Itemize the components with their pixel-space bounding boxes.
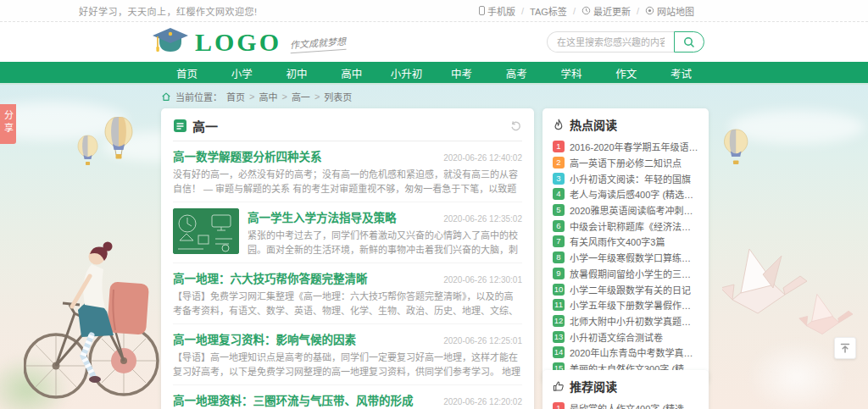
- topbar-link-tags[interactable]: TAG标签: [530, 4, 567, 18]
- breadcrumb-separator: >: [281, 91, 287, 102]
- graduation-cap-icon: [151, 26, 190, 58]
- hot-item-text: 北师大附中小升初数学真题汇编: [570, 314, 698, 328]
- rank-badge: 3: [553, 173, 565, 185]
- hot-item[interactable]: 3小升初语文阅读：年轻的国旗: [553, 170, 698, 186]
- article-date: 2020-06-26 12:40:02: [443, 153, 522, 163]
- nav-item-senior-high[interactable]: 高中: [324, 62, 379, 85]
- thumbs-up-icon: [553, 380, 565, 392]
- article-excerpt: 【导语】免费学习网汇集整理《高一地理：六大技巧帮你答题完整清晰》，以及的高考备考…: [173, 290, 522, 318]
- search-button[interactable]: [674, 31, 704, 53]
- article-date: 2020-06-26 12:35:02: [443, 214, 522, 224]
- site-logo[interactable]: LOGO: [151, 26, 281, 58]
- main-nav: 首页 小学 初中 高中 小升初 中考 高考 学科 作文 考试: [0, 62, 868, 85]
- rank-badge: 1: [553, 402, 565, 409]
- hot-item-text: 小升初语文综合测试卷: [570, 330, 663, 344]
- hot-item-text: 老人与海读后感400字 (精选3篇): [570, 187, 698, 201]
- balloon-right-illustration: [722, 129, 751, 171]
- nav-item-subjects[interactable]: 学科: [544, 62, 599, 85]
- topbar-link-sitemap[interactable]: 网站地图: [645, 4, 694, 18]
- list-title: 高一: [192, 117, 218, 135]
- article-item: 高一数学解题要分析四种关系 2020-06-26 12:40:02 没有好的高一…: [173, 141, 522, 202]
- refresh-button[interactable]: [509, 119, 522, 132]
- hot-reading-card: 热点阅读 12016-2020年春学期五年级语文下期末模拟 2高一英语下册必修二…: [542, 108, 709, 384]
- search-bar: [547, 31, 704, 53]
- topbar-link-recent[interactable]: 最近更新: [581, 4, 631, 18]
- article-title[interactable]: 高一地理资料：三圈环流与气压带、风带的形成: [173, 391, 414, 408]
- hot-item[interactable]: 2高一英语下册必修二知识点: [553, 155, 698, 171]
- nav-item-home[interactable]: 首页: [159, 62, 214, 85]
- article-title[interactable]: 高一学生入学方法指导及策略: [248, 208, 397, 225]
- undo-icon: [509, 119, 522, 132]
- hot-item[interactable]: 6中级会计职称题库《经济法》检测题: [553, 218, 698, 234]
- nav-item-exams[interactable]: 考试: [654, 62, 709, 85]
- article-item: 高一地理资料：三圈环流与气压带、风带的形成 2020-06-26 12:20:0…: [173, 385, 522, 409]
- nav-item-primary-school[interactable]: 小学: [214, 62, 270, 85]
- breadcrumb-separator: >: [249, 91, 254, 102]
- hot-item-text: 2020年山东青岛中考数学真题 (已公布): [570, 345, 698, 359]
- article-title[interactable]: 高一地理复习资料：影响气候的因素: [173, 330, 356, 347]
- home-icon: [161, 91, 171, 102]
- nav-item-composition[interactable]: 作文: [598, 62, 654, 85]
- article-excerpt: 【导语】高一地理知识点是高考的基础，同学们一定要复习好高一地理，这样才能在复习好…: [173, 351, 522, 379]
- hot-item[interactable]: 12016-2020年春学期五年级语文下期末模拟: [553, 139, 698, 155]
- rank-badge: 10: [553, 284, 565, 296]
- list-icon: [173, 119, 187, 133]
- breadcrumb: 当前位置： 首页 > 高中 > 高一 > 列表页: [161, 90, 352, 103]
- breadcrumb-link-home[interactable]: 首页: [226, 90, 245, 103]
- rank-badge: 1: [553, 141, 565, 152]
- rank-badge: 5: [553, 204, 565, 216]
- breadcrumb-current: 列表页: [324, 90, 352, 103]
- hot-item[interactable]: 13小升初语文综合测试卷: [553, 329, 698, 345]
- article-item: 高一地理：六大技巧帮你答题完整清晰 2020-06-26 12:30:01 【导…: [173, 263, 522, 324]
- article-date: 2020-06-26 12:25:01: [443, 336, 522, 345]
- breadcrumb-link-senior-high[interactable]: 高中: [259, 90, 277, 103]
- topbar-link-mobile[interactable]: 手机版: [479, 4, 515, 18]
- hot-reading-header: 热点阅读: [553, 116, 698, 133]
- recommend-reading-title: 推荐阅读: [570, 378, 617, 395]
- topbar-link-label: TAG标签: [530, 4, 567, 18]
- article-thumbnail[interactable]: [173, 208, 239, 254]
- flame-icon: [553, 119, 565, 131]
- glow: [746, 339, 848, 409]
- article-title[interactable]: 高一地理：六大技巧帮你答题完整清晰: [173, 269, 368, 286]
- search-input[interactable]: [547, 31, 674, 53]
- breadcrumb-link-grade[interactable]: 高一: [292, 90, 310, 103]
- rank-badge: 14: [553, 346, 565, 358]
- hot-reading-title: 热点阅读: [570, 116, 617, 133]
- hot-item[interactable]: 12北师大附中小升初数学真题汇编: [553, 313, 698, 329]
- article-excerpt: 没有好的高一，必然没有好的高考；没有高一的危机感和紧迫感，就没有高三的从容自信！…: [173, 168, 522, 196]
- rank-badge: 9: [553, 268, 565, 279]
- welcome-text: 好好学习，天天向上，红樱作文网欢迎您!: [79, 4, 258, 18]
- hot-item[interactable]: 10小学二年级跟数学有关的日记: [553, 281, 698, 297]
- location-icon: [645, 6, 654, 15]
- nav-item-gaokao[interactable]: 高考: [489, 62, 544, 85]
- hot-item[interactable]: 11小学五年级下册数学暑假作业答案【20-61: [553, 297, 698, 313]
- breadcrumb-separator: >: [314, 91, 320, 102]
- article-item: 高一学生入学方法指导及策略 2020-06-26 12:35:02 紧张的中考过…: [173, 202, 522, 263]
- share-tab[interactable]: 分享: [0, 104, 16, 144]
- separator: /: [521, 6, 524, 16]
- recommend-reading-card: 推荐阅读 1最欣赏的人作文400字 (精选3篇) 2关于感恩的中考满分作文600…: [542, 370, 709, 409]
- hot-item-text: 2020雅思英语阅读临考冲刺试题附答案: [570, 203, 698, 217]
- hot-item[interactable]: 142020年山东青岛中考数学真题 (已公布): [553, 345, 698, 361]
- hot-item[interactable]: 8小学一年级寒假数学口算练习题三篇: [553, 250, 698, 266]
- hot-item-text: 有关风雨作文400字3篇: [570, 235, 665, 248]
- rank-badge: 6: [553, 220, 565, 232]
- hot-item[interactable]: 52020雅思英语阅读临考冲刺试题附答案: [553, 202, 698, 218]
- nav-item-zhongkao[interactable]: 中考: [434, 62, 489, 85]
- page: 好好学习，天天向上，红樱作文网欢迎您! 手机版 / TAG标签 / 最近更新 /…: [0, 0, 868, 409]
- back-to-top-button[interactable]: [834, 337, 856, 359]
- hot-item[interactable]: 9放暑假期间留给小学生的三年级英语作文范文: [553, 266, 698, 282]
- paper-cranes-illustration: [722, 239, 862, 345]
- nav-item-junior-high[interactable]: 初中: [270, 62, 325, 85]
- separator: /: [573, 6, 576, 16]
- hot-item[interactable]: 4老人与海读后感400字 (精选3篇): [553, 186, 698, 202]
- rank-badge: 7: [553, 235, 565, 247]
- topbar-link-label: 手机版: [487, 4, 515, 18]
- hot-item-text: 2016-2020年春学期五年级语文下期末模拟: [570, 140, 698, 153]
- nav-item-xiaoshengchu[interactable]: 小升初: [379, 62, 434, 85]
- article-title[interactable]: 高一数学解题要分析四种关系: [173, 147, 322, 164]
- hot-item[interactable]: 7有关风雨作文400字3篇: [553, 234, 698, 250]
- recommend-item[interactable]: 1最欣赏的人作文400字 (精选3篇): [553, 401, 698, 409]
- topbar-link-label: 最近更新: [593, 4, 631, 18]
